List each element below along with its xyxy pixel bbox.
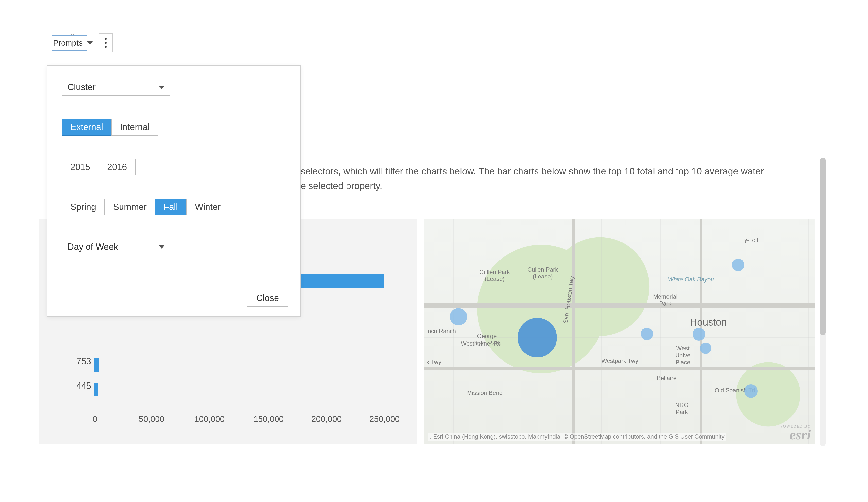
chart-x-tick: 200,000	[311, 414, 342, 424]
map-marker[interactable]	[693, 328, 705, 340]
vertical-scrollbar[interactable]	[820, 158, 826, 446]
kebab-dot-icon	[105, 42, 107, 44]
year-option-2015[interactable]: 2015	[62, 159, 99, 175]
map-city-label: Houston	[690, 317, 727, 328]
day-of-week-select-value: Day of Week	[68, 242, 118, 252]
year-option-2016[interactable]: 2016	[99, 159, 136, 175]
chart-x-axis	[94, 409, 402, 409]
map-place-label: inco Ranch	[426, 328, 456, 335]
chart-bar[interactable]	[94, 358, 99, 372]
kebab-dot-icon	[105, 38, 107, 40]
map-marker[interactable]	[641, 328, 653, 340]
chart-bar-row	[94, 381, 97, 398]
map-place-label: WestUnivePlace	[675, 345, 690, 366]
map-road-label: Westpark Twy	[601, 357, 638, 364]
map-marker[interactable]	[700, 342, 711, 354]
map-marker[interactable]	[732, 259, 744, 271]
esri-logo: POWERED BY esri	[780, 424, 811, 441]
map-place-label: Bellaire	[657, 375, 676, 381]
source-option-external[interactable]: External	[62, 119, 112, 135]
chart-bar[interactable]	[94, 383, 97, 396]
source-option-internal[interactable]: Internal	[111, 119, 158, 135]
map-road	[424, 367, 815, 370]
season-option-spring[interactable]: Spring	[62, 199, 105, 215]
prompts-trigger-group: ···· Prompts	[47, 33, 113, 52]
chart-bar-label: 445	[66, 381, 91, 391]
map-water-label: White Oak Bayou	[668, 276, 714, 283]
map-road-label: k Twy	[426, 359, 441, 366]
chevron-down-icon	[159, 245, 165, 249]
year-button-group: 2015 2016	[62, 159, 288, 175]
prompts-button-label: Prompts	[53, 39, 83, 48]
prompts-panel: Cluster External Internal 2015 2016 Spri…	[47, 65, 301, 317]
dow-select-row: Day of Week	[62, 238, 288, 255]
chart-x-tick: 0	[93, 414, 97, 424]
map-attribution: , Esri China (Hong Kong), swisstopo, Map…	[428, 433, 726, 441]
dashboard-description: selectors, which will filter the charts …	[301, 164, 815, 193]
description-line-1: selectors, which will filter the charts …	[301, 166, 764, 176]
season-option-fall[interactable]: Fall	[155, 199, 187, 215]
map-road	[572, 219, 575, 443]
source-button-group: External Internal	[62, 119, 288, 135]
close-button[interactable]: Close	[247, 290, 288, 307]
map-road-label: y-Toll	[744, 237, 758, 244]
chart-x-tick: 50,000	[139, 414, 164, 424]
map-place-label: Mission Bend	[467, 389, 503, 396]
kebab-menu-button[interactable]	[99, 33, 113, 52]
cluster-select-row: Cluster	[62, 79, 288, 96]
map-basemap	[424, 219, 815, 443]
kebab-dot-icon	[105, 46, 107, 48]
cluster-select[interactable]: Cluster	[62, 79, 170, 96]
esri-logo-text: esri	[789, 427, 811, 443]
map-place-label: Cullen Park(Lease)	[527, 266, 558, 280]
chevron-down-icon	[159, 85, 165, 89]
chart-x-tick: 100,000	[195, 414, 225, 424]
description-line-2: e selected property.	[301, 181, 382, 191]
map-road-label: Westheimer Rd	[461, 340, 502, 347]
prompts-dropdown-button[interactable]: ···· Prompts	[47, 35, 99, 51]
map-marker[interactable]	[744, 385, 757, 398]
chart-x-tick: 250,000	[370, 414, 400, 424]
season-button-group: Spring Summer Fall Winter	[62, 199, 288, 215]
chevron-down-icon	[87, 41, 93, 44]
map-place-label: NRGPark	[675, 402, 688, 416]
season-option-winter[interactable]: Winter	[186, 199, 229, 215]
scrollbar-thumb[interactable]	[820, 158, 826, 335]
chart-bar-label: 753	[66, 356, 91, 367]
cluster-select-value: Cluster	[68, 82, 96, 92]
map-road	[424, 303, 815, 308]
map-marker[interactable]	[518, 318, 557, 357]
drag-handle-icon: ····	[69, 32, 78, 37]
panel-footer: Close	[62, 290, 288, 307]
season-option-summer[interactable]: Summer	[104, 199, 155, 215]
map-place-label: Cullen Park(Lease)	[479, 269, 510, 283]
day-of-week-select[interactable]: Day of Week	[62, 238, 170, 255]
geo-map-panel[interactable]: Houston Mission Bend GeorgeBush Park Cul…	[424, 219, 815, 443]
chart-x-tick: 150,000	[254, 414, 284, 424]
app-canvas: ···· Prompts selectors, which will filte…	[0, 0, 868, 502]
map-marker[interactable]	[450, 308, 467, 325]
map-place-label: MemorialPark	[653, 293, 678, 307]
chart-bar-row	[94, 356, 99, 373]
